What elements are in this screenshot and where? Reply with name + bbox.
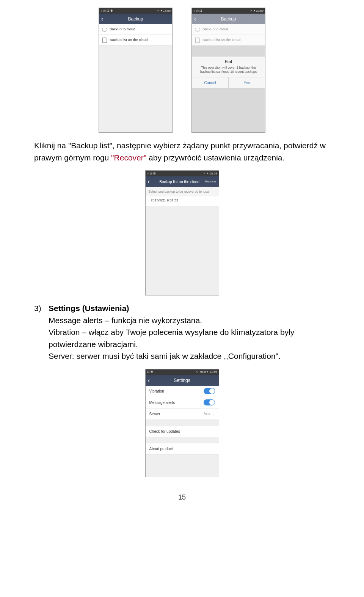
page-number: 15 [34, 492, 330, 503]
status-bar: ⊡ ✱ ᯤ 91% ▮ 11:55 [146, 369, 219, 375]
cancel-button[interactable]: Cancel [192, 77, 229, 88]
cloud-icon [195, 27, 200, 32]
row-message-alerts[interactable]: Message alerts [146, 397, 219, 408]
back-chevron-icon: ‹ [194, 14, 200, 24]
status-left-icons: ○ ◎ ⊡ [193, 9, 202, 13]
row-label: Check for updates [149, 429, 180, 434]
list-number: 3) [34, 302, 49, 362]
status-bar: ○ ◎ ⊡ ᯤ ▮ 08:59 [146, 171, 219, 176]
status-left-icons: ○ ◎ ⊡ ✱ [100, 9, 113, 13]
toggle-on-icon[interactable] [204, 388, 215, 394]
backup-timestamp-row[interactable]: 2015/5/21 9:01:32 [146, 196, 219, 207]
screen-title: Backup list on the cloud [154, 179, 205, 185]
recover-action[interactable]: Recover [205, 179, 217, 184]
text-segment: aby przywrócić ustawienia urządzenia. [146, 153, 284, 162]
settings-heading: Settings (Ustawienia) [49, 302, 330, 314]
chevron-down-icon: ⌄ [212, 411, 215, 417]
status-bar: ○ ◎ ⊡ ✱ ᯤ ▮ 15:59 [99, 8, 172, 14]
empty-area [146, 455, 219, 477]
empty-area [146, 206, 219, 295]
settings-line-vibration: Vibration – włącz aby Twoje polecenia wy… [49, 326, 330, 350]
status-right-time: ᯤ ▮ 08:59 [203, 171, 217, 176]
screen-title: Backup [107, 16, 164, 22]
status-right-time: ᯤ 91% ▮ 11:55 [196, 370, 217, 374]
dimmed-area: Hint This operation will cover 1 backup,… [192, 46, 265, 132]
settings-line-server: Server: serwer musi być taki sami jak w … [49, 350, 330, 362]
row-check-updates[interactable]: Check for updates [146, 426, 219, 437]
screen-title: Settings [154, 377, 210, 384]
app-top-bar: ‹ Backup [99, 14, 172, 24]
dialog-title: Hint [192, 57, 265, 66]
helper-text: Select one backup to be recovered to loc… [146, 187, 219, 196]
paragraph-instruction-1: Kliknij na "Backup list", następnie wybi… [34, 140, 330, 163]
row-backup-list-cloud[interactable]: Backup list on the cloud [99, 35, 172, 46]
app-top-bar: ‹ Backup [192, 14, 265, 24]
section-gap [146, 437, 219, 443]
back-chevron-icon[interactable]: ‹ [148, 177, 154, 186]
cloud-icon [102, 27, 107, 32]
screenshot-settings: ⊡ ✱ ᯤ 91% ▮ 11:55 ‹ Settings Vibration M… [145, 369, 219, 477]
screenshot-backup-hint-dialog: ○ ◎ ⊡ ᯤ ▮ 08:59 ‹ Backup Backup to cloud… [191, 8, 265, 133]
row-backup-to-cloud[interactable]: Backup to cloud [99, 24, 172, 35]
settings-line-msg: Message alerts – funkcja nie wykorzystan… [49, 314, 330, 327]
row-label: Backup list on the cloud [202, 37, 240, 42]
section-gap [146, 420, 219, 426]
row-server[interactable]: Server Asia ⌄ [146, 408, 219, 420]
hint-dialog: Hint This operation will cover 1 backup,… [192, 56, 265, 89]
recover-highlight: "Recover" [111, 153, 146, 162]
status-left-icons: ○ ◎ ⊡ [147, 171, 156, 176]
row-label: About product [149, 446, 173, 452]
back-chevron-icon[interactable]: ‹ [101, 14, 107, 24]
screen-title: Backup [200, 16, 257, 22]
row-vibration[interactable]: Vibration [146, 386, 219, 397]
row-label: Backup list on the cloud [110, 37, 147, 42]
row-about-product[interactable]: About product [146, 443, 219, 455]
row-label: Backup to cloud [202, 27, 228, 32]
status-right-time: ᯤ ▮ 15:59 [157, 9, 171, 13]
screenshot-recover-list: ○ ◎ ⊡ ᯤ ▮ 08:59 ‹ Backup list on the clo… [145, 170, 219, 295]
yes-button[interactable]: Yes [229, 77, 265, 88]
row-label: Vibration [149, 388, 164, 394]
list-item-3: 3) Settings (Ustawienia) Message alerts … [34, 302, 330, 362]
screenshot-row-top: ○ ◎ ⊡ ✱ ᯤ ▮ 15:59 ‹ Backup Backup to clo… [34, 8, 330, 133]
app-top-bar: ‹ Settings [146, 375, 219, 386]
row-label: Backup to cloud [110, 27, 135, 32]
row-backup-to-cloud: Backup to cloud [192, 24, 265, 35]
empty-area [99, 46, 172, 132]
status-right-time: ᯤ ▮ 08:59 [250, 9, 264, 13]
screenshot-backup-list: ○ ◎ ⊡ ✱ ᯤ ▮ 15:59 ‹ Backup Backup to clo… [99, 8, 173, 133]
row-label: Message alerts [149, 400, 175, 405]
row-backup-list-cloud: Backup list on the cloud [192, 35, 265, 46]
document-icon [195, 38, 200, 43]
app-top-bar: ‹ Backup list on the cloud Recover [146, 176, 219, 187]
row-label: Server [149, 411, 160, 417]
document-icon [102, 38, 107, 43]
back-chevron-icon[interactable]: ‹ [148, 376, 154, 385]
toggle-on-icon[interactable] [204, 399, 215, 405]
server-value: Asia [204, 411, 210, 416]
status-bar: ○ ◎ ⊡ ᯤ ▮ 08:59 [192, 8, 265, 14]
dialog-body: This operation will cover 1 backup, the … [192, 66, 265, 77]
status-left-icons: ⊡ ✱ [147, 370, 153, 374]
